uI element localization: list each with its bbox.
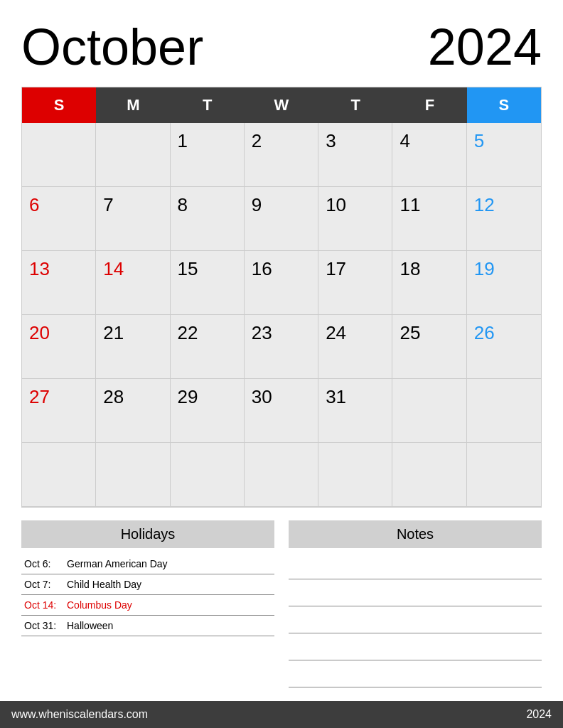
holiday-item: Oct 14:Columbus Day — [21, 595, 274, 616]
day-cell: 29 — [171, 379, 245, 443]
day-number: 29 — [178, 386, 198, 407]
day-number: 21 — [103, 322, 124, 343]
day-cell — [467, 379, 541, 443]
day-number: 11 — [400, 194, 420, 215]
day-number: 28 — [103, 386, 124, 407]
day-number: 23 — [252, 322, 272, 343]
day-cell: 20 — [22, 315, 96, 379]
day-number: 24 — [326, 322, 346, 343]
day-cell: 7 — [96, 187, 170, 251]
day-number: 12 — [474, 194, 495, 215]
calendar: SMTWTFS 12345678910111213141516171819202… — [21, 87, 542, 508]
notes-lines — [289, 554, 542, 687]
day-number: 31 — [326, 386, 346, 407]
day-number: 16 — [252, 258, 272, 279]
holidays-header: Holidays — [21, 520, 274, 548]
day-header-s: S — [22, 87, 96, 123]
day-cell: 21 — [96, 315, 170, 379]
holiday-date: Oct 31: — [24, 620, 67, 631]
day-number: 18 — [400, 258, 420, 279]
holiday-item: Oct 7:Child Health Day — [21, 574, 274, 595]
day-cell — [392, 443, 466, 507]
day-number: 10 — [326, 194, 346, 215]
day-cell: 23 — [245, 315, 318, 379]
day-cell: 8 — [171, 187, 245, 251]
day-number: 20 — [29, 322, 50, 343]
day-cell: 3 — [318, 123, 392, 187]
calendar-wrapper: SMTWTFS 12345678910111213141516171819202… — [21, 87, 542, 508]
day-cell: 6 — [22, 187, 96, 251]
holiday-date: Oct 14: — [24, 599, 67, 611]
calendar-body: 1234567891011121314151617181920212223242… — [22, 123, 541, 507]
day-cell: 4 — [392, 123, 466, 187]
bottom-section: Holidays Oct 6:German American DayOct 7:… — [21, 520, 542, 689]
day-header-w: W — [245, 87, 318, 123]
day-cell: 5 — [467, 123, 541, 187]
day-number: 9 — [252, 194, 262, 215]
day-number: 5 — [474, 130, 484, 151]
note-line — [289, 635, 542, 660]
note-line — [289, 581, 542, 606]
day-cell: 28 — [96, 379, 170, 443]
day-cell: 15 — [171, 251, 245, 315]
day-number: 17 — [326, 258, 346, 279]
day-header-s: S — [467, 87, 541, 123]
day-number: 30 — [252, 386, 272, 407]
day-cell: 24 — [318, 315, 392, 379]
day-cell: 11 — [392, 187, 466, 251]
month-title: October — [21, 21, 203, 73]
day-cell — [318, 443, 392, 507]
day-header-f: F — [392, 87, 466, 123]
day-header-t: T — [171, 87, 245, 123]
day-number: 13 — [29, 258, 50, 279]
day-header-m: M — [96, 87, 170, 123]
day-number: 8 — [178, 194, 188, 215]
header: October 2024 — [21, 21, 542, 73]
day-cell: 10 — [318, 187, 392, 251]
calendar-header: SMTWTFS — [22, 87, 541, 123]
day-number: 4 — [400, 130, 409, 151]
day-cell: 19 — [467, 251, 541, 315]
holiday-date: Oct 6: — [24, 558, 67, 569]
footer: www.wheniscalendars.com 2024 — [0, 701, 563, 728]
day-cell: 9 — [245, 187, 318, 251]
holiday-name: Columbus Day — [67, 599, 132, 611]
note-line — [289, 608, 542, 633]
holiday-item: Oct 31:Halloween — [21, 616, 274, 636]
day-cell — [171, 443, 245, 507]
day-cell — [22, 443, 96, 507]
day-number: 26 — [474, 322, 495, 343]
day-number: 2 — [252, 130, 262, 151]
day-cell: 17 — [318, 251, 392, 315]
day-cell: 22 — [171, 315, 245, 379]
page: October 2024 SMTWTFS 1234567891011121314… — [0, 0, 563, 728]
footer-url: www.wheniscalendars.com — [11, 708, 148, 721]
notes-header: Notes — [289, 520, 542, 548]
note-line — [289, 662, 542, 687]
day-cell: 16 — [245, 251, 318, 315]
day-cell — [22, 123, 96, 187]
day-header-t: T — [318, 87, 392, 123]
day-cell — [245, 443, 318, 507]
notes-section: Notes — [289, 520, 542, 689]
footer-year: 2024 — [526, 708, 552, 721]
day-number: 7 — [103, 194, 113, 215]
day-cell: 14 — [96, 251, 170, 315]
day-number: 14 — [103, 258, 124, 279]
day-number: 22 — [178, 322, 198, 343]
day-cell — [96, 443, 170, 507]
day-number: 27 — [29, 386, 50, 407]
day-cell — [467, 443, 541, 507]
day-number: 1 — [178, 130, 188, 151]
day-cell: 1 — [171, 123, 245, 187]
day-number: 15 — [178, 258, 198, 279]
year-title: 2024 — [428, 21, 542, 73]
holiday-name: Child Health Day — [67, 579, 141, 590]
day-cell: 12 — [467, 187, 541, 251]
day-cell: 18 — [392, 251, 466, 315]
day-cell: 26 — [467, 315, 541, 379]
day-number: 3 — [326, 130, 336, 151]
holidays-section: Holidays Oct 6:German American DayOct 7:… — [21, 520, 274, 689]
day-cell — [96, 123, 170, 187]
holiday-item: Oct 6:German American Day — [21, 554, 274, 574]
